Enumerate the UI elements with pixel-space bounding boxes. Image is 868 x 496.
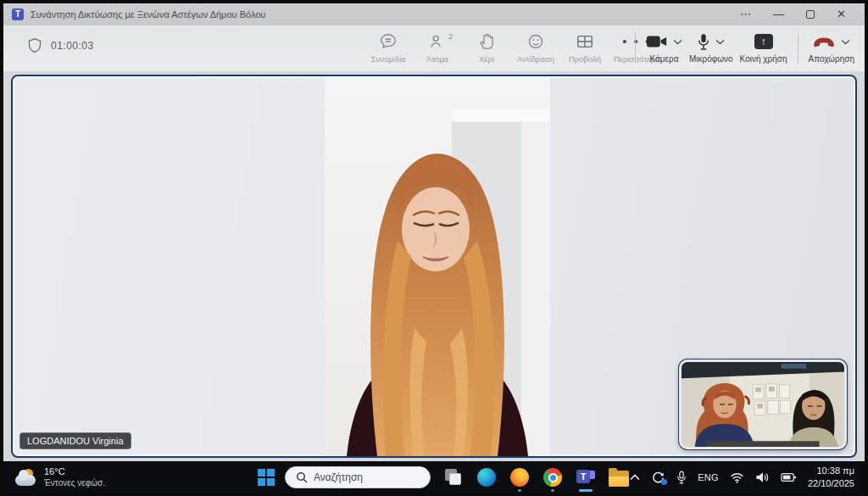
view-button[interactable]: Προβολή: [563, 30, 607, 65]
weather-icon: [15, 469, 37, 486]
task-view-button[interactable]: [442, 466, 465, 488]
main-video-tile[interactable]: LOGDANIDOU Virginia: [11, 75, 857, 458]
view-label: Προβολή: [569, 54, 601, 64]
firefox-icon[interactable]: [509, 466, 531, 488]
volume-icon[interactable]: [755, 471, 770, 483]
edge-icon[interactable]: [476, 466, 498, 488]
microphone-chevron-icon[interactable]: [715, 39, 725, 45]
windows-taskbar: 16°C Έντονες νεφώσ.: [3, 461, 865, 493]
share-icon: ↑: [754, 34, 773, 49]
chrome-icon[interactable]: [542, 466, 564, 488]
window-title: Συνάντηση Δικτύωσης με Ξενώνα Αστέγων Δή…: [31, 9, 265, 20]
maximize-icon[interactable]: [806, 10, 815, 19]
battery-icon[interactable]: [781, 472, 797, 482]
microphone-button[interactable]: Μικρόφωνο: [686, 30, 737, 65]
minimize-icon[interactable]: —: [773, 8, 784, 20]
search-box[interactable]: [285, 466, 431, 488]
self-view-video[interactable]: [679, 359, 847, 449]
tray-microphone-icon[interactable]: [676, 471, 687, 485]
clock-date: 22/10/2025: [808, 478, 854, 488]
share-button[interactable]: ↑ Κοινή χρήση: [737, 30, 791, 65]
clock-time: 10:38 πμ: [816, 465, 854, 476]
teams-taskbar-icon[interactable]: T: [575, 466, 597, 488]
search-input[interactable]: [314, 471, 407, 483]
toolbar-divider: [635, 33, 636, 64]
search-icon: [296, 471, 308, 483]
weather-temperature: 16°C: [44, 466, 105, 478]
chat-icon: [379, 31, 398, 52]
shield-icon[interactable]: [27, 37, 42, 54]
react-button[interactable]: Αντίδραση: [514, 30, 558, 65]
leave-button[interactable]: Αποχώρηση: [805, 30, 859, 65]
camera-button[interactable]: Κάμερα: [643, 30, 686, 65]
meeting-stage-area: LOGDANIDOU Virginia: [3, 71, 865, 462]
start-button[interactable]: [258, 469, 275, 486]
weather-condition: Έντονες νεφώσ.: [44, 478, 105, 489]
window-titlebar: T Συνάντηση Δικτύωσης με Ξενώνα Αστέγων …: [3, 3, 865, 25]
smiley-icon: [526, 31, 545, 52]
grid-view-icon: [575, 31, 595, 52]
share-label: Κοινή χρήση: [740, 54, 787, 64]
camera-label: Κάμερα: [649, 54, 678, 64]
microphone-label: Μικρόφωνο: [689, 54, 733, 64]
tray-chevron-icon[interactable]: [630, 474, 640, 481]
hangup-icon: [812, 36, 836, 47]
clock[interactable]: 10:38 πμ 22/10/2025: [808, 465, 854, 490]
hand-icon: [478, 31, 495, 52]
close-icon[interactable]: ✕: [837, 8, 846, 20]
weather-widget[interactable]: 16°C Έντονες νεφώσ.: [3, 466, 164, 488]
sync-status-icon[interactable]: [651, 471, 665, 485]
people-icon: 2: [428, 31, 447, 52]
people-label: Άτομα: [426, 54, 448, 64]
file-explorer-icon[interactable]: [608, 466, 630, 488]
leave-label: Αποχώρηση: [809, 54, 855, 64]
chat-label: Συνομιλία: [370, 54, 405, 64]
microphone-icon: [697, 33, 710, 51]
raise-hand-label: Χέρι: [479, 54, 494, 64]
toolbar-divider: [798, 33, 798, 64]
monitor-photo: T Συνάντηση Δικτύωσης με Ξενώνα Αστέγων …: [0, 0, 868, 496]
meeting-timer: 01:00:03: [51, 40, 94, 52]
chat-button[interactable]: Συνομιλία: [366, 30, 410, 65]
teams-app-icon: T: [12, 8, 24, 20]
leave-chevron-icon[interactable]: [841, 39, 850, 45]
participant-video: [325, 76, 550, 456]
camera-icon: [646, 34, 668, 49]
people-count-badge: 2: [448, 32, 453, 41]
wifi-icon[interactable]: [730, 472, 744, 483]
meeting-toolbar: 01:00:03 Συνομιλία 2 Άτομα Χέρι: [3, 25, 865, 71]
camera-chevron-icon[interactable]: [673, 39, 682, 45]
react-label: Αντίδραση: [517, 54, 554, 64]
language-indicator[interactable]: ENG: [698, 472, 719, 482]
people-button[interactable]: 2 Άτομα: [415, 30, 459, 65]
participant-name-badge: LOGDANIDOU Virginia: [19, 432, 131, 449]
raise-hand-button[interactable]: Χέρι: [465, 30, 509, 65]
window-more-icon[interactable]: ⋯: [740, 8, 751, 20]
